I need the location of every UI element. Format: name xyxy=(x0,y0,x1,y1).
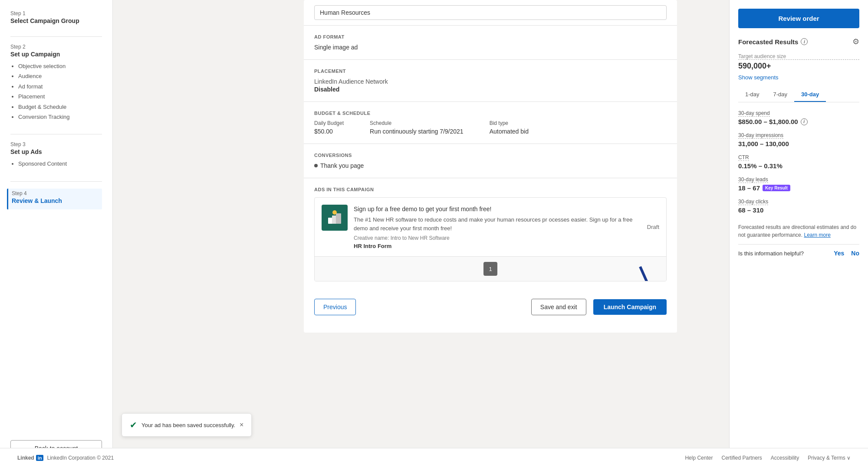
toast-notification: ✔ Your ad has been saved successfully. × xyxy=(122,413,252,437)
company-name-row xyxy=(304,0,677,26)
ctr-value: 0.15% – 0.31% xyxy=(738,162,859,170)
budget-label: BUDGET & SCHEDULE xyxy=(314,111,667,116)
linkedin-logo: Linkedin xyxy=(17,455,43,461)
ads-label: ADS IN THIS CAMPAIGN xyxy=(314,187,667,192)
footer-left: Linkedin LinkedIn Corporation © 2021 xyxy=(17,455,114,461)
step2-item-audience[interactable]: Audience xyxy=(18,71,102,81)
conversions-label: CONVERSIONS xyxy=(314,153,667,158)
step3-section: Step 3 Set up Ads Sponsored Content xyxy=(10,141,102,169)
bid-type-item: Bid type Automated bid xyxy=(490,120,529,135)
footer-brand: Linked xyxy=(17,455,34,461)
ad-content: Sign up for a free demo to get your firs… xyxy=(315,198,666,256)
footer-badge: in xyxy=(36,455,44,461)
step1-section: Step 1 Select Campaign Group xyxy=(10,10,102,24)
step2-item-objective[interactable]: Objective selection xyxy=(18,61,102,71)
helpful-row: Is this information helpful? Yes No xyxy=(738,244,859,257)
previous-button[interactable]: Previous xyxy=(314,299,356,315)
learn-more-link[interactable]: Learn more xyxy=(804,232,830,238)
step3-items: Sponsored Content xyxy=(10,159,102,169)
spend-info-icon[interactable]: i xyxy=(801,118,808,125)
page-1-button[interactable]: 1 xyxy=(483,262,497,276)
step3-title: Set up Ads xyxy=(10,148,102,155)
placement-network: LinkedIn Audience Network xyxy=(314,78,667,85)
toast-message: Your ad has been saved successfully. xyxy=(141,422,235,428)
key-result-badge: Key Result xyxy=(763,185,790,191)
ad-format-value: Single image ad xyxy=(314,44,667,51)
ad-format-section: AD FORMAT Single image ad xyxy=(304,26,677,60)
launch-campaign-button[interactable]: Launch Campaign xyxy=(593,299,667,315)
spend-label: 30-day spend xyxy=(738,110,770,117)
review-order-button[interactable]: Review order xyxy=(738,9,859,28)
clicks-value: 68 – 310 xyxy=(738,206,859,214)
daily-budget-value: $50.00 xyxy=(314,128,344,135)
step2-item-budget[interactable]: Budget & Schedule xyxy=(18,102,102,112)
forecasted-title: Forecasted Results i xyxy=(738,38,808,46)
step4-title: Review & Launch xyxy=(12,197,102,204)
forecasted-info-icon[interactable]: i xyxy=(801,38,808,45)
ctr-label: CTR xyxy=(738,154,749,161)
footer-certified-partners[interactable]: Certified Partners xyxy=(721,455,762,461)
helpful-yes-button[interactable]: Yes xyxy=(834,250,844,257)
step2-title: Set up Campaign xyxy=(10,51,102,58)
audience-size-label: Target audience size xyxy=(738,53,859,60)
ad-format-label: AD FORMAT xyxy=(314,34,667,39)
ad-creative-name: Creative name: Intro to New HR Software xyxy=(354,235,636,241)
ad-status: Draft xyxy=(642,224,659,230)
action-bar: Previous Save and exit Launch Campaign xyxy=(304,290,677,333)
footer-accessibility[interactable]: Accessibility xyxy=(771,455,799,461)
ads-section: ADS IN THIS CAMPAIGN xyxy=(304,178,677,290)
step3-item-sponsored[interactable]: Sponsored Content xyxy=(18,159,102,169)
toast-close-button[interactable]: × xyxy=(240,421,243,429)
audience-size-value: 590,000+ xyxy=(738,62,859,71)
footer-privacy-terms[interactable]: Privacy & Terms ∨ xyxy=(808,455,851,461)
step2-items: Objective selection Audience Ad format P… xyxy=(10,61,102,122)
step1-label: Step 1 xyxy=(10,10,102,16)
ad-pagination: 1 xyxy=(315,256,666,281)
budget-section: BUDGET & SCHEDULE Daily Budget $50.00 Sc… xyxy=(304,102,677,144)
step2-item-adformat[interactable]: Ad format xyxy=(18,82,102,91)
helpful-buttons: Yes No xyxy=(834,250,859,257)
helpful-no-button[interactable]: No xyxy=(851,250,859,257)
ctr-metric: CTR 0.15% – 0.31% xyxy=(738,153,859,170)
schedule-value: Run continuously starting 7/9/2021 xyxy=(370,128,464,135)
footer-right: Help Center Certified Partners Accessibi… xyxy=(685,455,851,461)
forecasted-header: Forecasted Results i ⚙ xyxy=(738,37,859,46)
save-exit-button[interactable]: Save and exit xyxy=(531,299,586,315)
day-tabs: 1-day 7-day 30-day xyxy=(738,88,859,102)
ad-form-name: HR Intro Form xyxy=(354,243,636,249)
ad-thumbnail xyxy=(322,205,348,231)
clicks-label: 30-day clicks xyxy=(738,199,768,205)
gear-icon[interactable]: ⚙ xyxy=(852,37,859,46)
schedule-item: Schedule Run continuously starting 7/9/2… xyxy=(370,120,464,135)
footer-help-center[interactable]: Help Center xyxy=(685,455,713,461)
step1-title: Select Campaign Group xyxy=(10,17,102,24)
ad-text: Sign up for a free demo to get your firs… xyxy=(354,205,636,249)
step4-section: Step 4 Review & Launch xyxy=(7,189,102,209)
bid-type-value: Automated bid xyxy=(490,128,529,135)
tab-30-day[interactable]: 30-day xyxy=(794,88,826,102)
step2-label: Step 2 xyxy=(10,44,102,50)
show-segments-link[interactable]: Show segments xyxy=(738,74,859,81)
step2-section: Step 2 Set up Campaign Objective selecti… xyxy=(10,44,102,122)
schedule-label: Schedule xyxy=(370,120,464,126)
step2-item-conversion[interactable]: Conversion Tracking xyxy=(18,112,102,122)
placement-section: PLACEMENT LinkedIn Audience Network Disa… xyxy=(304,60,677,102)
leads-value: 18 – 67 Key Result xyxy=(738,184,859,192)
impressions-metric: 30-day impressions 31,000 – 130,000 xyxy=(738,131,859,147)
tab-1-day[interactable]: 1-day xyxy=(738,88,766,102)
conversion-dot-icon xyxy=(314,164,318,167)
company-name-input[interactable] xyxy=(314,5,667,20)
step2-item-placement[interactable]: Placement xyxy=(18,91,102,101)
leads-label: 30-day leads xyxy=(738,176,768,183)
footer-copyright: LinkedIn Corporation © 2021 xyxy=(47,455,114,461)
spend-metric: 30-day spend $850.00 – $1,800.00 i xyxy=(738,109,859,125)
svg-point-4 xyxy=(332,210,337,215)
spend-value: $850.00 – $1,800.00 i xyxy=(738,118,859,125)
tab-7-day[interactable]: 7-day xyxy=(766,88,795,102)
helpful-label: Is this information helpful? xyxy=(738,250,804,257)
ad-headline: Sign up for a free demo to get your firs… xyxy=(354,205,636,214)
placement-label: PLACEMENT xyxy=(314,69,667,74)
bid-type-label: Bid type xyxy=(490,120,529,126)
impressions-value: 31,000 – 130,000 xyxy=(738,140,859,147)
placement-status: Disabled xyxy=(314,86,667,93)
